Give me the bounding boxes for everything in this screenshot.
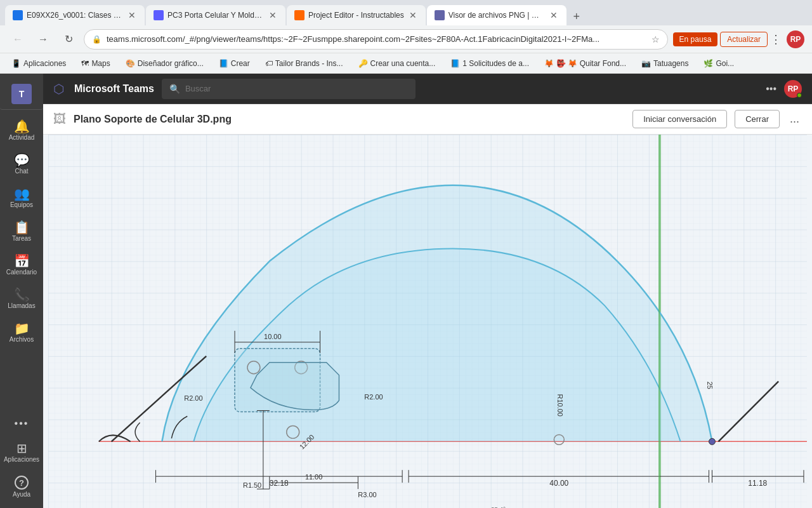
sidebar-item-actividad[interactable]: 🔔 Actividad <box>3 115 41 146</box>
bookmark-crear[interactable]: 📘 Crear <box>215 58 254 69</box>
url-text: teams.microsoft.com/_#/png/viewer/teams/… <box>107 34 646 44</box>
disenador-label: Diseñador gráfico... <box>138 59 204 68</box>
svg-text:R1.50: R1.50 <box>243 481 261 489</box>
actividad-icon: 🔔 <box>14 120 30 133</box>
maps-favicon: 🗺 <box>81 59 89 68</box>
sidebar-item-calendario[interactable]: 📅 Calendario <box>3 250 41 281</box>
start-conversation-button[interactable]: Iniciar conversación <box>632 110 727 128</box>
teams-header-actions: ••• RP <box>763 80 802 98</box>
svg-text:63.4°: 63.4° <box>491 505 506 508</box>
tab-2-close[interactable]: ✕ <box>268 9 278 22</box>
tab-4-close[interactable]: ✕ <box>549 9 559 22</box>
bookmark-maps[interactable]: 🗺 Maps <box>77 58 114 69</box>
cuenta-favicon: 🔑 <box>358 59 368 68</box>
teams-logo: ⬡ <box>53 81 64 97</box>
sidebar-item-more[interactable]: ••• <box>3 413 41 434</box>
tab-4[interactable]: Visor de archivos PNG | Micros... ✕ <box>427 5 566 25</box>
chat-label: Chat <box>15 168 28 175</box>
tab-1-title: E09XX26_v0001: Clases en lin... <box>27 11 123 20</box>
lock-icon: 🔒 <box>92 35 102 44</box>
profile-avatar[interactable]: RP <box>787 30 804 48</box>
quitar-fondo-favicon: 🦊 <box>544 59 554 68</box>
bookmark-cuenta[interactable]: 🔑 Crear una cuenta... <box>355 58 440 69</box>
sidebar-item-equipos[interactable]: 👥 Equipos <box>3 182 41 213</box>
bookmark-tailor[interactable]: 🏷 Tailor Brands - Ins... <box>261 58 347 69</box>
aplicaciones-label: Aplicaciones <box>23 59 66 68</box>
sidebar-logo[interactable]: T <box>0 79 43 110</box>
green-reference-line <box>658 135 660 508</box>
search-input[interactable] <box>185 84 408 93</box>
teams-sidebar: T 🔔 Actividad 💬 Chat 👥 Equipos 📋 Tareas … <box>0 74 43 508</box>
disenador-favicon: 🎨 <box>126 59 135 68</box>
tab-1-close[interactable]: ✕ <box>127 9 137 22</box>
tareas-icon: 📋 <box>14 221 30 234</box>
bookmark-aplicaciones[interactable]: 📱 Aplicaciones <box>8 58 70 69</box>
back-button[interactable]: ← <box>8 29 28 50</box>
extensions-icon[interactable]: ⋮ <box>770 32 782 46</box>
bookmark-tatuagens[interactable]: 📷 Tatuagens <box>638 58 692 69</box>
llamadas-icon: 📞 <box>14 288 30 301</box>
svg-text:R2.00: R2.00 <box>184 394 202 402</box>
llamadas-label: Llamadas <box>8 302 35 309</box>
svg-text:R10.00: R10.00 <box>556 394 564 417</box>
bookmark-quitar-fondo[interactable]: 🦊 👺 🦊 Quitar Fond... <box>540 58 630 69</box>
address-bar[interactable]: 🔒 teams.microsoft.com/_#/png/viewer/team… <box>84 29 668 50</box>
search-icon: 🔍 <box>169 84 180 94</box>
svg-point-51 <box>709 438 715 444</box>
bookmarks-bar: 📱 Aplicaciones 🗺 Maps 🎨 Diseñador gráfic… <box>0 53 812 74</box>
teams-search[interactable]: 🔍 <box>162 79 416 99</box>
file-more-button[interactable]: ... <box>787 110 802 128</box>
tab-1[interactable]: E09XX26_v0001: Clases en lin... ✕ <box>5 5 145 25</box>
svg-text:40.00: 40.00 <box>549 479 568 488</box>
tab-4-favicon <box>435 10 445 20</box>
tab-1-favicon <box>13 10 23 20</box>
pause-button[interactable]: En pausa <box>673 32 718 46</box>
file-viewer-header: 🖼 Plano Soporte de Celular 3D.png Inicia… <box>43 104 812 135</box>
sidebar-item-ayuda[interactable]: ? Ayuda <box>3 471 41 503</box>
update-button[interactable]: Actualizar <box>720 32 768 47</box>
bookmark-goi[interactable]: 🌿 Goi... <box>700 58 738 69</box>
tatuagens-favicon: 📷 <box>641 59 651 68</box>
maps-label: Maps <box>91 59 110 68</box>
forward-button[interactable]: → <box>33 29 53 50</box>
svg-text:R2.00: R2.00 <box>364 393 383 401</box>
tareas-label: Tareas <box>12 235 31 242</box>
new-tab-button[interactable]: + <box>568 8 586 25</box>
close-button[interactable]: Cerrar <box>735 110 780 128</box>
tab-2[interactable]: PC3 Porta Celular Y Molde 3D ... ✕ <box>146 5 285 25</box>
svg-text:11.18: 11.18 <box>748 479 767 488</box>
cuenta-label: Crear una cuenta... <box>370 59 436 68</box>
main-content: ⬡ Microsoft Teams 🔍 ••• RP 🖼 Plano Sopor… <box>43 74 812 508</box>
aplicaciones-favicon: 📱 <box>11 59 21 68</box>
tab-3-favicon <box>294 10 304 20</box>
reload-button[interactable]: ↻ <box>58 29 79 50</box>
bookmark-disenador[interactable]: 🎨 Diseñador gráfico... <box>122 58 207 69</box>
archivos-label: Archivos <box>10 336 34 343</box>
ayuda-label: Ayuda <box>13 491 30 498</box>
sidebar-item-llamadas[interactable]: 📞 Llamadas <box>3 283 41 314</box>
tab-3[interactable]: Project Editor - Instructables ✕ <box>287 5 426 25</box>
sidebar-apps-icon: ⊞ <box>16 442 27 455</box>
goi-label: Goi... <box>716 59 734 68</box>
crear-favicon: 📘 <box>219 59 228 68</box>
svg-text:11.00: 11.00 <box>305 473 322 481</box>
teams-more-btn[interactable]: ••• <box>763 81 779 97</box>
tab-bar: E09XX26_v0001: Clases en lin... ✕ PC3 Po… <box>0 0 812 25</box>
teams-profile-avatar[interactable]: RP <box>784 80 802 98</box>
file-title: Plano Soporte de Celular 3D.png <box>74 114 625 125</box>
bookmark-solicitudes[interactable]: 📘 1 Solicitudes de a... <box>447 58 533 69</box>
sidebar-item-archivos[interactable]: 📁 Archivos <box>3 317 41 348</box>
tab-3-close[interactable]: ✕ <box>408 9 418 22</box>
calendario-label: Calendario <box>6 269 37 276</box>
tailor-label: Tailor Brands - Ins... <box>275 59 343 68</box>
file-viewer-body: 10.00 11.00 R2.00 R2.00 R1.50 R3.00 R3.0… <box>43 135 812 508</box>
app-container: T 🔔 Actividad 💬 Chat 👥 Equipos 📋 Tareas … <box>0 74 812 508</box>
sidebar-apps-label: Aplicaciones <box>4 456 39 463</box>
archivos-icon: 📁 <box>14 322 30 335</box>
tatuagens-label: Tatuagens <box>653 59 688 68</box>
sidebar-item-tareas[interactable]: 📋 Tareas <box>3 216 41 247</box>
sidebar-item-chat[interactable]: 💬 Chat <box>3 149 41 180</box>
solicitudes-favicon: 📘 <box>450 59 460 68</box>
sidebar-item-aplicaciones[interactable]: ⊞ Aplicaciones <box>3 437 41 468</box>
bookmark-star-icon[interactable]: ☆ <box>652 34 660 44</box>
